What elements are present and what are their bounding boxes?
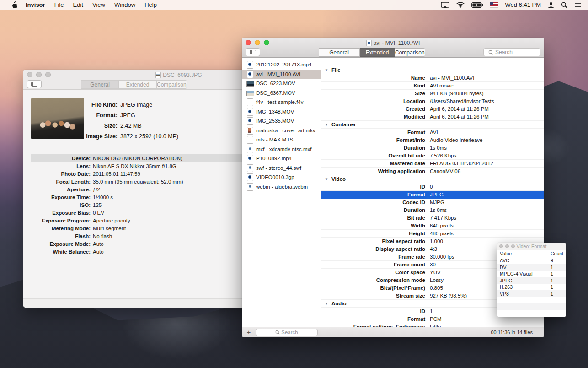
detail-row[interactable]: ▼ Video Video (321, 175, 544, 183)
fg-tab-bar: General Extended Comparison (319, 48, 425, 57)
input-source-flag-icon[interactable] (490, 2, 498, 7)
menu-item[interactable]: Window (110, 0, 140, 10)
tab-button[interactable]: General (81, 80, 119, 89)
detail-row[interactable]: ▼ Codec ID Codec ID MJPG (321, 199, 544, 206)
fg-window-titlebar: avi - MVI_1100.AVI General Extended Comp… (242, 38, 544, 58)
file-list-item[interactable]: matroska - cover_art.mkv (242, 126, 321, 135)
stat-row[interactable]: MPEG-4 Visual 1 (497, 271, 566, 277)
info-label: Format: (23, 112, 120, 119)
file-list-item[interactable]: IMG_1348.MOV (242, 107, 321, 117)
detail-label: Bit rate (321, 215, 425, 221)
apple-menu-icon[interactable] (7, 1, 21, 8)
detail-value: 7 417 Kbps (430, 215, 456, 221)
menu-item[interactable]: Help (140, 0, 161, 10)
detail-row[interactable]: ▼ File File (321, 66, 544, 74)
exif-value: 35.0 mm (35 mm equivalent: 52.0 mm) (93, 179, 183, 184)
detail-row[interactable]: ▼ Mastered date Mastered date FRI AUG 03… (321, 160, 544, 168)
file-list-item[interactable]: webm - algebra.webm (242, 182, 321, 192)
detail-value: 30 (430, 262, 436, 267)
menu-item[interactable]: Invisor (21, 0, 50, 10)
fast-user-switch-icon[interactable] (548, 2, 554, 8)
detail-row[interactable]: ▼ Overall bit rate Overall bit rate 7 52… (321, 152, 544, 160)
detail-row[interactable]: ▼ Kind Kind AVI movie (321, 82, 544, 90)
info-label: Image Size: (23, 133, 120, 140)
stat-count: 9 (548, 258, 566, 263)
menu-item[interactable]: View (88, 0, 110, 10)
tab-button[interactable]: Comparison (157, 80, 187, 89)
file-list-item[interactable]: DSC_6367.MOV (242, 88, 321, 98)
info-value: JPEG image (120, 102, 152, 108)
file-list-item[interactable]: VIDEO0010.3gp (242, 173, 321, 182)
stat-row[interactable]: AVC 9 (497, 257, 566, 264)
detail-label: Duration (321, 207, 425, 213)
detail-row[interactable]: ▼ Name Name avi - MVI_1100.AVI (321, 74, 544, 82)
value-column-header[interactable]: Value (497, 251, 548, 256)
detail-value: 1 (430, 308, 433, 314)
file-list-item[interactable]: f4v - test-sample.f4v (242, 97, 321, 107)
count-column-header[interactable]: Count (548, 251, 566, 256)
stat-row[interactable]: VP8 1 (497, 291, 566, 298)
detail-value: FRI AUG 03 18:30:04 2012 (430, 161, 493, 166)
detail-value: April 6, 2014 at 11:26 PM (430, 106, 489, 112)
detail-row[interactable]: ▼ Format Format JPEG (321, 191, 544, 199)
file-list-item[interactable]: P1010892.mp4 (242, 154, 321, 163)
fg-sidebar-toggle-button[interactable] (246, 48, 260, 56)
detail-row[interactable]: ▼ Bit rate Bit rate 7 417 Kbps (321, 214, 544, 222)
stat-row[interactable]: JPEG 1 (497, 277, 566, 284)
file-name: f4v - test-sample.f4v (256, 99, 304, 105)
toolbar-search-field[interactable]: Search (483, 48, 540, 56)
popup-title-text: Video: Format (497, 244, 566, 249)
battery-icon[interactable] (471, 2, 483, 8)
detail-row[interactable]: ▼ ID ID 0 (321, 183, 544, 191)
stat-row[interactable]: H.263 1 (497, 284, 566, 291)
detail-row[interactable]: ▼ Writing application Writing applicatio… (321, 168, 544, 175)
disclosure-triangle-icon[interactable]: ▼ (325, 302, 328, 306)
tab-button[interactable]: General (319, 48, 360, 57)
detail-row[interactable]: ▼ Container Container (321, 121, 544, 129)
notification-center-icon[interactable] (574, 2, 582, 8)
tab-button[interactable]: Extended (360, 48, 395, 57)
display-mirroring-icon[interactable] (441, 2, 449, 8)
file-list-item[interactable]: 20121202_201713.mp4 (242, 60, 321, 70)
disclosure-triangle-icon[interactable]: ▼ (325, 177, 328, 181)
detail-label: Format (321, 316, 425, 322)
file-list-item[interactable]: mxf - xdcamdv-ntsc.mxf (242, 145, 321, 154)
detail-row[interactable]: ▼ Duration Duration 1s 0ms (321, 144, 544, 152)
file-name: DSC_6223.MOV (256, 81, 295, 86)
detail-row[interactable]: ▼ Width Width 640 pixels (321, 222, 544, 230)
file-list-item[interactable]: IMG_2535.MOV (242, 116, 321, 126)
detail-row[interactable]: ▼ Created Created April 6, 2014 at 11:26… (321, 105, 544, 113)
add-file-button[interactable]: + (245, 328, 253, 337)
bg-sidebar-toggle-button[interactable] (27, 80, 42, 88)
file-list-item[interactable]: mts - MAX.MTS (242, 135, 321, 145)
detail-row[interactable]: ▼ Format/Info Format/Info Audio Video In… (321, 136, 544, 144)
detail-row[interactable]: ▼ Duration Duration 1s 0ms (321, 206, 544, 214)
menu-item[interactable]: File (50, 0, 69, 10)
exif-label: Photo Date: (31, 171, 93, 177)
disclosure-triangle-icon[interactable]: ▼ (325, 123, 328, 127)
menu-item[interactable]: Edit (69, 0, 88, 10)
file-name: mts - MAX.MTS (256, 137, 293, 142)
detail-row[interactable]: ▼ Modified Modified April 6, 2014 at 11:… (321, 113, 544, 121)
stat-row[interactable]: DV 1 (497, 264, 566, 271)
file-list-item[interactable]: swf - stereo_44.swf (242, 163, 321, 173)
detail-value: 30.000 fps (430, 254, 454, 260)
detail-row[interactable]: ▼ Location Location /Users/Shared/Inviso… (321, 97, 544, 105)
detail-label: Height (321, 231, 425, 236)
detail-value: 1.000 (430, 238, 443, 244)
sidebar-search-field[interactable]: Search (256, 329, 318, 336)
detail-row[interactable]: ▼ Format settings, Endianness Format set… (321, 323, 544, 327)
tab-button[interactable]: Comparison (395, 48, 425, 57)
file-list-item[interactable]: DSC_6223.MOV (242, 79, 321, 88)
detail-label: Modified (321, 114, 425, 119)
menu-clock[interactable]: Wed 6:41 PM (505, 1, 541, 8)
file-list-item[interactable]: avi - MVI_1100.AVI (242, 70, 321, 79)
disclosure-triangle-icon[interactable]: ▼ (325, 68, 328, 72)
detail-row[interactable]: ▼ Format Format AVI (321, 129, 544, 136)
search-icon (488, 50, 493, 55)
detail-row[interactable]: ▼ Height Height 480 pixels (321, 230, 544, 238)
tab-button[interactable]: Extended (119, 80, 157, 89)
spotlight-search-icon[interactable] (561, 2, 567, 8)
detail-row[interactable]: ▼ Size Size 941 KB (940804 bytes) (321, 90, 544, 97)
wifi-icon[interactable] (456, 2, 465, 8)
